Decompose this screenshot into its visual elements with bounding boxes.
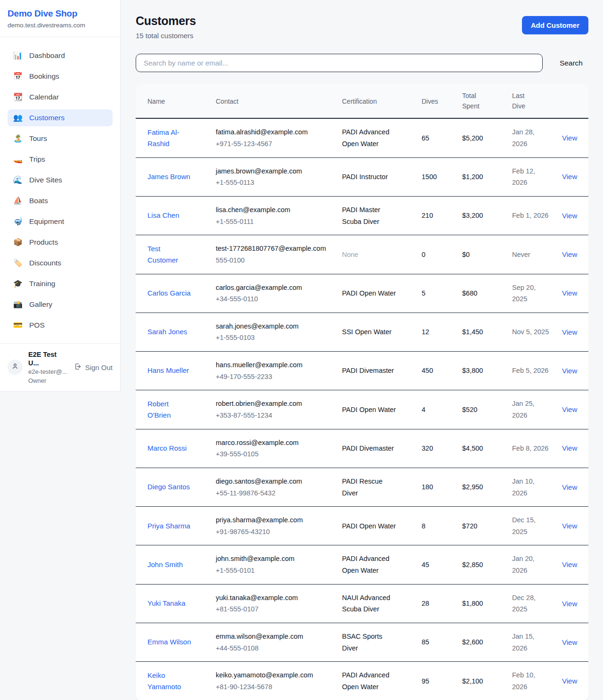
customer-total-spent: $4,500 — [456, 429, 506, 468]
customer-total-spent: $2,950 — [456, 468, 506, 506]
customer-email: john.smith@example.com — [216, 553, 327, 565]
customer-phone: +1-555-0103 — [216, 332, 331, 344]
sidebar-item-gallery[interactable]: 📸 Gallery — [8, 296, 113, 313]
sidebar-item-label: Dashboard — [29, 51, 65, 60]
customer-phone: +81-555-0107 — [216, 603, 331, 615]
search-input[interactable] — [136, 54, 543, 72]
view-customer-link[interactable]: View — [562, 405, 577, 413]
view-customer-link[interactable]: View — [562, 289, 577, 297]
customer-phone: +44-555-0108 — [216, 642, 331, 654]
sidebar: Demo Dive Shop demo.test.divestreams.com… — [0, 0, 121, 392]
customer-name-link[interactable]: Sarah Jones — [147, 326, 187, 338]
view-customer-link[interactable]: View — [562, 173, 577, 181]
sidebar-item-label: Training — [29, 280, 55, 288]
column-header-certification: Certification — [336, 84, 416, 118]
column-header-actions — [556, 84, 588, 118]
customer-dives: 320 — [416, 429, 456, 468]
table-header: NameContactCertificationDivesTotal Spent… — [136, 84, 588, 118]
view-customer-link[interactable]: View — [562, 483, 577, 491]
customer-last-dive: Jan 15, 2026 — [506, 623, 556, 662]
customer-total-spent: $680 — [456, 274, 506, 313]
customer-email: marco.rossi@example.com — [216, 437, 327, 449]
customer-name-link[interactable]: Emma Wilson — [147, 636, 191, 648]
customer-certification: NAUI Advanced Scuba Diver — [342, 592, 399, 615]
view-customer-link[interactable]: View — [562, 522, 577, 530]
customer-name-link[interactable]: Hans Mueller — [147, 365, 189, 376]
search-button[interactable]: Search — [554, 55, 588, 71]
sidebar-item-label: Boats — [29, 197, 48, 205]
graduation-cap-icon: 🎓 — [13, 280, 23, 288]
customer-dives: 210 — [416, 196, 456, 235]
table-row: Carlos Garcia carlos.garcia@example.com … — [136, 274, 588, 313]
customer-name-link[interactable]: James Brown — [147, 171, 190, 182]
table-row: Hans Mueller hans.mueller@example.com +4… — [136, 352, 588, 390]
sidebar-item-customers[interactable]: 👥 Customers — [8, 109, 113, 126]
customer-name-link[interactable]: Fatima Al-Rashid — [147, 127, 192, 149]
brand[interactable]: Demo Dive Shop demo.test.divestreams.com — [0, 0, 120, 37]
brand-name: Demo Dive Shop — [8, 8, 113, 19]
customer-name-link[interactable]: Diego Santos — [147, 481, 190, 493]
view-customer-link[interactable]: View — [562, 444, 577, 452]
view-customer-link[interactable]: View — [562, 560, 577, 568]
sidebar-item-label: Products — [29, 238, 58, 247]
customer-name-link[interactable]: Yuki Tanaka — [147, 598, 186, 609]
island-icon: 🏝️ — [13, 135, 23, 142]
customer-total-spent: $3,800 — [456, 352, 506, 390]
camera-icon: 📸 — [13, 301, 23, 308]
add-customer-button[interactable]: Add Customer — [522, 16, 588, 34]
sidebar-item-trips[interactable]: 🚤 Trips — [8, 151, 113, 168]
sidebar-item-label: Bookings — [29, 72, 59, 81]
customer-name-link[interactable]: Robert O'Brien — [147, 398, 192, 421]
customer-certification: PADI Open Water — [342, 520, 396, 532]
customer-name-link[interactable]: John Smith — [147, 559, 183, 570]
customer-total-spent: $520 — [456, 390, 506, 429]
customer-total-spent: $2,600 — [456, 623, 506, 662]
view-customer-link[interactable]: View — [562, 600, 577, 608]
sidebar-item-products[interactable]: 📦 Products — [8, 234, 113, 251]
table-row: Marco Rossi marco.rossi@example.com +39-… — [136, 429, 588, 468]
sign-out-button[interactable]: Sign Out — [74, 362, 113, 372]
sidebar-item-dive-sites[interactable]: 🌊 Dive Sites — [8, 172, 113, 189]
sidebar-item-label: Trips — [29, 155, 45, 164]
customer-name-link[interactable]: Keiko Yamamoto — [147, 670, 192, 692]
view-customer-link[interactable]: View — [562, 212, 577, 220]
page-title: Customers — [136, 14, 196, 28]
customer-total-spent: $1,200 — [456, 157, 506, 196]
view-customer-link[interactable]: View — [562, 134, 577, 142]
table-row: Sarah Jones sarah.jones@example.com +1-5… — [136, 313, 588, 351]
diving-mask-icon: 🤿 — [13, 218, 23, 225]
customer-dives: 5 — [416, 274, 456, 313]
view-customer-link[interactable]: View — [562, 367, 577, 375]
table-row: Robert O'Brien robert.obrien@example.com… — [136, 390, 588, 429]
sidebar-item-label: Customers — [29, 114, 65, 122]
customer-certification: PADI Master Scuba Diver — [342, 204, 399, 227]
customer-certification: PADI Divemaster — [342, 365, 394, 377]
sidebar-item-tours[interactable]: 🏝️ Tours — [8, 130, 113, 147]
customer-name-link[interactable]: Priya Sharma — [147, 520, 190, 532]
view-customer-link[interactable]: View — [562, 677, 577, 685]
sidebar-item-boats[interactable]: ⛵ Boats — [8, 192, 113, 209]
sidebar-item-equipment[interactable]: 🤿 Equipment — [8, 213, 113, 230]
view-customer-link[interactable]: View — [562, 250, 577, 258]
customer-name-link[interactable]: Lisa Chen — [147, 210, 179, 221]
sidebar-item-bookings[interactable]: 📅 Bookings — [8, 68, 113, 85]
view-customer-link[interactable]: View — [562, 328, 577, 336]
avatar — [8, 360, 23, 375]
table-row: Diego Santos diego.santos@example.com +5… — [136, 468, 588, 506]
speedboat-icon: 🚤 — [13, 156, 23, 163]
customer-name-link[interactable]: Marco Rossi — [147, 443, 187, 454]
sidebar-item-discounts[interactable]: 🏷️ Discounts — [8, 255, 113, 272]
customer-name-link[interactable]: Carlos Garcia — [147, 288, 191, 299]
sidebar-item-training[interactable]: 🎓 Training — [8, 275, 113, 292]
customer-last-dive: Sep 20, 2025 — [506, 274, 556, 313]
sidebar-item-dashboard[interactable]: 📊 Dashboard — [8, 47, 113, 64]
view-customer-link[interactable]: View — [562, 638, 577, 646]
customer-email: keiko.yamamoto@example.com — [216, 669, 327, 681]
page-header-text: Customers 15 total customers — [136, 14, 196, 40]
customer-last-dive: Dec 28, 2025 — [506, 584, 556, 623]
customer-email: robert.obrien@example.com — [216, 398, 327, 410]
customer-phone: +1-555-0113 — [216, 177, 331, 189]
sidebar-item-calendar[interactable]: 📆 Calendar — [8, 89, 113, 106]
customer-name-link[interactable]: Test Customer — [147, 243, 192, 266]
sidebar-item-pos[interactable]: 💳 POS — [8, 317, 113, 334]
